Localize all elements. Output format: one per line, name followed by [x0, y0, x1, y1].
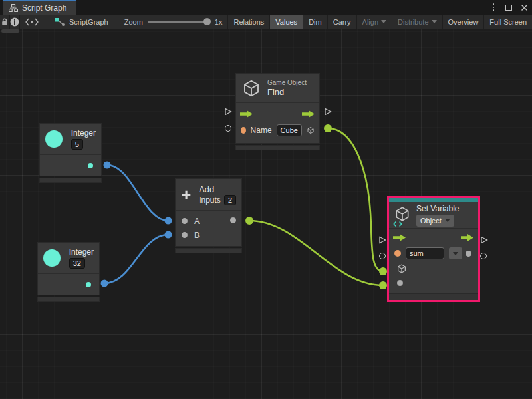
chevron-down-icon — [453, 252, 458, 255]
add-node-header[interactable]: Add Inputs 2 — [176, 179, 241, 211]
variable-header-strip — [389, 198, 478, 202]
variable-name-field[interactable]: sum — [406, 247, 444, 259]
add-input-a-port[interactable] — [182, 218, 188, 224]
align-dropdown[interactable]: Align — [356, 15, 392, 29]
graph-hierarchy-icon — [9, 4, 18, 12]
node-add[interactable]: Add Inputs 2 A B — [175, 178, 242, 253]
integer-value-field[interactable]: 32 — [69, 258, 85, 269]
name-value-field[interactable]: Cube — [277, 124, 302, 136]
add-input-b-port[interactable] — [182, 232, 188, 238]
graph-name-label: ScriptGraph — [69, 18, 108, 26]
integer-node-header[interactable]: Integer 32 — [38, 243, 99, 274]
window-menu-icon[interactable] — [488, 2, 499, 13]
node-gameobject-find[interactable]: Game Object Find Na — [235, 73, 320, 150]
lock-icon — [0, 17, 9, 27]
graph-breadcrumb[interactable]: ScriptGraph — [45, 15, 115, 29]
tab-title: Script Graph — [22, 3, 66, 13]
tab-script-graph[interactable]: Script Graph — [3, 0, 76, 15]
node-title: Find — [267, 87, 307, 97]
fullscreen-button[interactable]: Full Screen — [483, 15, 532, 29]
node-set-variable[interactable]: Set Variable Object — [387, 196, 480, 302]
zoom-slider-handle[interactable] — [203, 18, 211, 25]
flow-input-arrow-icon[interactable] — [240, 110, 253, 118]
graph-canvas[interactable]: Integer 5 Integer 32 — [0, 29, 532, 399]
node-title: Integer — [71, 128, 96, 138]
integer-value-field[interactable]: 5 — [71, 139, 83, 150]
integer-type-icon — [45, 130, 63, 148]
gameobject-target-port[interactable] — [396, 263, 407, 274]
flow-output-arrow-icon[interactable] — [302, 110, 315, 118]
values-button[interactable]: Values — [269, 15, 303, 29]
zoom-value: 1x — [215, 18, 223, 26]
zoom-control: Zoom 1x — [115, 15, 228, 29]
relations-button[interactable]: Relations — [227, 15, 269, 29]
toolbar-buttons: Relations Values Dim Carry Align Distrib… — [227, 15, 532, 29]
name-input-port[interactable] — [241, 127, 246, 134]
variable-scope-dropdown[interactable]: Object — [416, 215, 454, 227]
node-title: Integer — [69, 247, 94, 257]
cube-icon — [241, 78, 261, 98]
script-graph-icon — [55, 17, 65, 27]
node-integer-32[interactable]: Integer 32 — [37, 242, 100, 302]
add-output-port[interactable] — [230, 217, 236, 223]
variable-chevrons-icon — [392, 221, 403, 227]
title-bar: Script Graph — [0, 0, 532, 15]
plus-icon — [181, 186, 192, 203]
port-b-label: B — [194, 231, 200, 240]
lock-button[interactable] — [0, 15, 10, 29]
window-controls — [488, 0, 529, 15]
wire-add-to-setvariable-value[interactable] — [249, 221, 383, 285]
zoom-slider[interactable] — [148, 21, 209, 23]
close-icon[interactable] — [519, 2, 529, 13]
wire-find-to-setvariable-object[interactable] — [328, 128, 383, 271]
integer-output-port[interactable] — [86, 282, 91, 287]
chevron-down-icon — [432, 20, 437, 23]
dim-button[interactable]: Dim — [303, 15, 327, 29]
inputs-label: Inputs — [199, 196, 221, 205]
wire-integer5-to-add-a[interactable] — [107, 165, 168, 221]
wire-integer32-to-add-b[interactable] — [104, 235, 168, 283]
name-label: Name — [251, 126, 272, 135]
setvar-name-in-indicator[interactable] — [379, 253, 386, 259]
find-flow-out-indicator[interactable] — [324, 108, 332, 116]
flow-output-arrow-icon[interactable] — [461, 234, 474, 241]
node-title: Add — [199, 184, 236, 194]
gameobject-output-port[interactable] — [307, 125, 315, 136]
find-flow-in-indicator[interactable] — [224, 108, 232, 116]
code-view-icon — [25, 18, 39, 26]
graph-toolbar: ScriptGraph Zoom 1x Relations Values Dim… — [0, 15, 532, 29]
variable-name-dropdown[interactable] — [449, 247, 462, 259]
find-node-header[interactable]: Game Object Find — [236, 74, 319, 103]
setvariable-output-port[interactable] — [466, 251, 471, 257]
info-button[interactable] — [10, 15, 20, 29]
node-integer-5[interactable]: Integer 5 — [39, 123, 102, 183]
distribute-dropdown[interactable]: Distribute — [392, 15, 442, 29]
maximize-icon[interactable] — [503, 2, 514, 13]
value-input-port[interactable] — [397, 280, 403, 286]
node-footer — [39, 178, 102, 183]
node-footer — [175, 248, 242, 253]
inputs-count-field[interactable]: 2 — [224, 195, 236, 205]
set-variable-header[interactable]: Set Variable Object — [389, 202, 478, 229]
zoom-label: Zoom — [124, 18, 143, 26]
node-footer — [389, 294, 478, 300]
find-name-in-indicator[interactable] — [225, 125, 231, 132]
code-view-button[interactable] — [20, 15, 45, 29]
unity-script-graph-window: Script Graph — [0, 0, 532, 399]
flow-input-arrow-icon[interactable] — [393, 234, 406, 241]
port-a-label: A — [194, 217, 200, 226]
setvar-flow-out-indicator[interactable] — [480, 236, 488, 244]
overview-button[interactable]: Overview — [442, 15, 484, 29]
node-footer — [37, 297, 100, 302]
chevron-down-icon — [381, 20, 386, 23]
info-icon — [10, 17, 19, 27]
carry-button[interactable]: Carry — [327, 15, 356, 29]
variable-name-port[interactable] — [394, 250, 401, 257]
setvar-value-out-indicator[interactable] — [480, 253, 487, 259]
integer-output-port[interactable] — [88, 163, 93, 168]
integer-type-icon — [43, 249, 61, 267]
integer-node-header[interactable]: Integer 5 — [40, 124, 101, 155]
setvar-flow-in-indicator[interactable] — [378, 236, 386, 244]
node-category: Game Object — [267, 79, 307, 86]
node-title: Set Variable — [416, 204, 459, 213]
